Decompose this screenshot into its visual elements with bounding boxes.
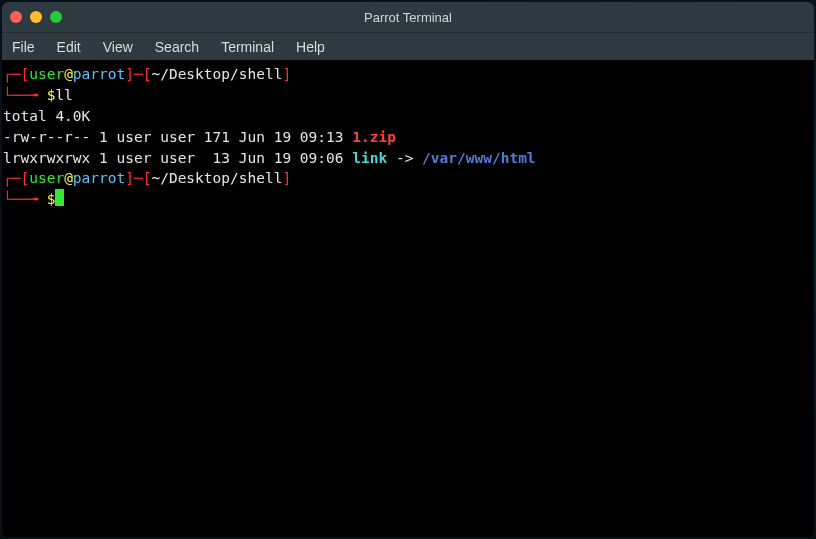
close-icon[interactable] xyxy=(10,11,22,23)
output-row-1: -rw-r--r-- 1 user user 171 Jun 19 09:13 … xyxy=(3,127,813,148)
menu-terminal[interactable]: Terminal xyxy=(221,39,274,55)
prompt-line-3: ┌─[user@parrot]─[~/Desktop/shell] xyxy=(3,168,813,189)
menubar: File Edit View Search Terminal Help xyxy=(2,32,814,60)
terminal-body[interactable]: ┌─[user@parrot]─[~/Desktop/shell]└──╼ $l… xyxy=(2,60,814,537)
prompt-line-1: ┌─[user@parrot]─[~/Desktop/shell] xyxy=(3,64,813,85)
cursor-icon xyxy=(55,189,64,206)
menu-file[interactable]: File xyxy=(12,39,35,55)
prompt-line-2: └──╼ $ll xyxy=(3,85,813,106)
output-total: total 4.0K xyxy=(3,106,813,127)
menu-view[interactable]: View xyxy=(103,39,133,55)
minimize-icon[interactable] xyxy=(30,11,42,23)
terminal-window: Parrot Terminal File Edit View Search Te… xyxy=(2,2,814,537)
menu-help[interactable]: Help xyxy=(296,39,325,55)
window-controls xyxy=(10,11,62,23)
window-titlebar[interactable]: Parrot Terminal xyxy=(2,2,814,32)
prompt-line-4: └──╼ $ xyxy=(3,189,813,210)
output-row-2: lrwxrwxrwx 1 user user 13 Jun 19 09:06 l… xyxy=(3,148,813,169)
menu-search[interactable]: Search xyxy=(155,39,199,55)
maximize-icon[interactable] xyxy=(50,11,62,23)
window-title: Parrot Terminal xyxy=(2,10,814,25)
menu-edit[interactable]: Edit xyxy=(57,39,81,55)
